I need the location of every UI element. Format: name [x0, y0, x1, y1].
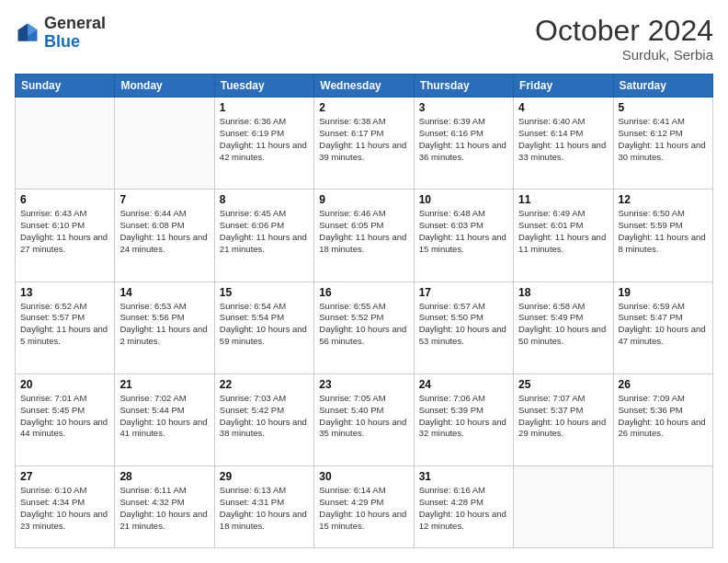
table-row: 17Sunrise: 6:57 AMSunset: 5:50 PMDayligh… — [414, 282, 513, 373]
day-info: Sunrise: 6:44 AMSunset: 6:08 PMDaylight:… — [119, 208, 209, 255]
day-number: 14 — [119, 286, 209, 299]
logo-icon — [15, 20, 40, 46]
day-number: 5 — [619, 101, 708, 114]
table-row: 16Sunrise: 6:55 AMSunset: 5:52 PMDayligh… — [314, 282, 414, 373]
header-sunday: Sunday — [16, 75, 115, 98]
day-info: Sunrise: 7:02 AMSunset: 5:44 PMDaylight:… — [119, 393, 209, 440]
day-info: Sunrise: 7:06 AMSunset: 5:39 PMDaylight:… — [419, 393, 508, 440]
day-info: Sunrise: 6:52 AMSunset: 5:57 PMDaylight:… — [20, 301, 109, 348]
calendar-row: 27Sunrise: 6:10 AMSunset: 4:34 PMDayligh… — [16, 466, 713, 548]
table-row: 22Sunrise: 7:03 AMSunset: 5:42 PMDayligh… — [214, 373, 313, 465]
day-number: 6 — [20, 193, 109, 206]
logo-text: General Blue — [44, 15, 106, 52]
table-row: 7Sunrise: 6:44 AMSunset: 6:08 PMDaylight… — [115, 190, 214, 282]
day-info: Sunrise: 6:59 AMSunset: 5:47 PMDaylight:… — [619, 301, 708, 348]
table-row: 20Sunrise: 7:01 AMSunset: 5:45 PMDayligh… — [16, 373, 115, 465]
logo-general-text: General — [44, 14, 106, 32]
day-info: Sunrise: 7:03 AMSunset: 5:42 PMDaylight:… — [220, 393, 309, 440]
day-info: Sunrise: 6:11 AMSunset: 4:32 PMDaylight:… — [119, 485, 209, 532]
calendar-row: 20Sunrise: 7:01 AMSunset: 5:45 PMDayligh… — [16, 373, 713, 465]
day-info: Sunrise: 7:09 AMSunset: 5:36 PMDaylight:… — [619, 393, 708, 440]
day-number: 23 — [319, 378, 408, 391]
table-row: 8Sunrise: 6:45 AMSunset: 6:06 PMDaylight… — [214, 190, 313, 282]
table-row: 29Sunrise: 6:13 AMSunset: 4:31 PMDayligh… — [214, 466, 313, 548]
day-info: Sunrise: 6:49 AMSunset: 6:01 PMDaylight:… — [518, 208, 608, 255]
day-number: 18 — [518, 286, 608, 299]
day-number: 3 — [419, 101, 508, 114]
day-info: Sunrise: 7:01 AMSunset: 5:45 PMDaylight:… — [20, 393, 109, 440]
table-row: 14Sunrise: 6:53 AMSunset: 5:56 PMDayligh… — [115, 282, 214, 373]
day-number: 1 — [220, 101, 309, 114]
day-number: 30 — [319, 470, 408, 483]
table-row: 27Sunrise: 6:10 AMSunset: 4:34 PMDayligh… — [16, 466, 115, 548]
day-info: Sunrise: 6:14 AMSunset: 4:29 PMDaylight:… — [319, 485, 408, 532]
header-friday: Friday — [514, 75, 613, 98]
day-info: Sunrise: 6:16 AMSunset: 4:28 PMDaylight:… — [419, 485, 508, 532]
day-number: 20 — [20, 378, 109, 391]
day-number: 9 — [319, 193, 408, 206]
month-title: October 2024 — [535, 15, 713, 47]
day-info: Sunrise: 6:43 AMSunset: 6:10 PMDaylight:… — [20, 208, 109, 255]
header-thursday: Thursday — [414, 75, 513, 98]
table-row: 13Sunrise: 6:52 AMSunset: 5:57 PMDayligh… — [16, 282, 115, 373]
header-monday: Monday — [115, 75, 214, 98]
logo: General Blue — [15, 15, 106, 52]
day-number: 24 — [419, 378, 508, 391]
day-number: 28 — [119, 470, 209, 483]
header-wednesday: Wednesday — [314, 75, 414, 98]
day-info: Sunrise: 7:07 AMSunset: 5:37 PMDaylight:… — [518, 393, 608, 440]
svg-marker-1 — [18, 23, 28, 40]
logo-blue-text: Blue — [44, 32, 80, 51]
header-tuesday: Tuesday — [214, 75, 313, 98]
day-info: Sunrise: 7:05 AMSunset: 5:40 PMDaylight:… — [319, 393, 408, 440]
table-row: 19Sunrise: 6:59 AMSunset: 5:47 PMDayligh… — [613, 282, 712, 373]
day-number: 19 — [619, 286, 708, 299]
table-row — [514, 466, 613, 548]
day-info: Sunrise: 6:54 AMSunset: 5:54 PMDaylight:… — [220, 301, 309, 348]
day-info: Sunrise: 6:41 AMSunset: 6:12 PMDaylight:… — [619, 116, 708, 163]
calendar-row: 13Sunrise: 6:52 AMSunset: 5:57 PMDayligh… — [16, 282, 713, 373]
location-title: Surduk, Serbia — [535, 47, 713, 63]
day-number: 26 — [619, 378, 708, 391]
table-row: 11Sunrise: 6:49 AMSunset: 6:01 PMDayligh… — [514, 190, 613, 282]
title-block: October 2024 Surduk, Serbia — [535, 15, 713, 63]
table-row: 10Sunrise: 6:48 AMSunset: 6:03 PMDayligh… — [414, 190, 513, 282]
page: General Blue October 2024 Surduk, Serbia… — [0, 0, 728, 563]
table-row: 3Sunrise: 6:39 AMSunset: 6:16 PMDaylight… — [414, 98, 513, 190]
calendar-table: Sunday Monday Tuesday Wednesday Thursday… — [15, 74, 713, 548]
day-number: 17 — [419, 286, 508, 299]
day-info: Sunrise: 6:13 AMSunset: 4:31 PMDaylight:… — [220, 485, 309, 532]
table-row: 21Sunrise: 7:02 AMSunset: 5:44 PMDayligh… — [115, 373, 214, 465]
table-row: 5Sunrise: 6:41 AMSunset: 6:12 PMDaylight… — [613, 98, 712, 190]
table-row: 26Sunrise: 7:09 AMSunset: 5:36 PMDayligh… — [613, 373, 712, 465]
table-row: 9Sunrise: 6:46 AMSunset: 6:05 PMDaylight… — [314, 190, 414, 282]
day-info: Sunrise: 6:46 AMSunset: 6:05 PMDaylight:… — [319, 208, 408, 255]
day-number: 22 — [220, 378, 309, 391]
day-info: Sunrise: 6:39 AMSunset: 6:16 PMDaylight:… — [419, 116, 508, 163]
day-info: Sunrise: 6:58 AMSunset: 5:49 PMDaylight:… — [518, 301, 608, 348]
day-number: 27 — [20, 470, 109, 483]
day-info: Sunrise: 6:38 AMSunset: 6:17 PMDaylight:… — [319, 116, 408, 163]
table-row: 28Sunrise: 6:11 AMSunset: 4:32 PMDayligh… — [115, 466, 214, 548]
day-info: Sunrise: 6:53 AMSunset: 5:56 PMDaylight:… — [119, 301, 209, 348]
day-number: 31 — [419, 470, 508, 483]
day-number: 29 — [220, 470, 309, 483]
calendar-row: 6Sunrise: 6:43 AMSunset: 6:10 PMDaylight… — [16, 190, 713, 282]
day-info: Sunrise: 6:50 AMSunset: 5:59 PMDaylight:… — [619, 208, 708, 255]
table-row: 4Sunrise: 6:40 AMSunset: 6:14 PMDaylight… — [514, 98, 613, 190]
day-number: 25 — [518, 378, 608, 391]
table-row: 12Sunrise: 6:50 AMSunset: 5:59 PMDayligh… — [613, 190, 712, 282]
table-row: 30Sunrise: 6:14 AMSunset: 4:29 PMDayligh… — [314, 466, 414, 548]
table-row: 6Sunrise: 6:43 AMSunset: 6:10 PMDaylight… — [16, 190, 115, 282]
day-info: Sunrise: 6:55 AMSunset: 5:52 PMDaylight:… — [319, 301, 408, 348]
day-info: Sunrise: 6:10 AMSunset: 4:34 PMDaylight:… — [20, 485, 109, 532]
day-info: Sunrise: 6:45 AMSunset: 6:06 PMDaylight:… — [220, 208, 309, 255]
day-number: 10 — [419, 193, 508, 206]
day-info: Sunrise: 6:48 AMSunset: 6:03 PMDaylight:… — [419, 208, 508, 255]
table-row: 2Sunrise: 6:38 AMSunset: 6:17 PMDaylight… — [314, 98, 414, 190]
table-row: 25Sunrise: 7:07 AMSunset: 5:37 PMDayligh… — [514, 373, 613, 465]
day-number: 16 — [319, 286, 408, 299]
day-number: 13 — [20, 286, 109, 299]
table-row — [16, 98, 115, 190]
day-info: Sunrise: 6:57 AMSunset: 5:50 PMDaylight:… — [419, 301, 508, 348]
